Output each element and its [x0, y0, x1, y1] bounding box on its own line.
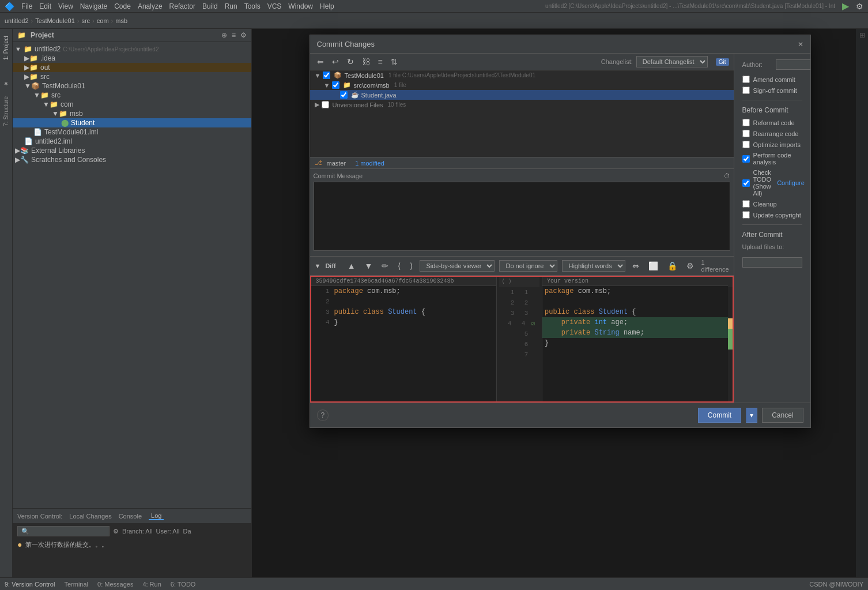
tree-item-msb[interactable]: ▼ 📁 msb: [13, 109, 251, 118]
tab-structure[interactable]: 7: Structure: [1, 92, 12, 131]
branch-name[interactable]: master: [327, 160, 346, 167]
diff-highlight-select[interactable]: Highlight words: [562, 260, 625, 272]
breadcrumb-testmodule01[interactable]: TestModule01: [35, 17, 75, 24]
tree-item-testmodule-iml[interactable]: 📄 TestModule01.iml: [13, 127, 251, 137]
tab-project[interactable]: 1: Project: [1, 31, 12, 65]
tree-item-idea[interactable]: ▶ 📁 .idea: [13, 54, 251, 63]
status-version-control[interactable]: 9: Version Control: [5, 581, 55, 588]
menu-build[interactable]: Build: [202, 2, 218, 10]
collapse-btn[interactable]: ≡: [376, 56, 385, 67]
optimize-checkbox[interactable]: [742, 141, 750, 148]
commit-message-textarea[interactable]: [314, 182, 730, 251]
tree-item-out[interactable]: ▶ 📁 out: [13, 63, 251, 72]
status-run[interactable]: 4: Run: [142, 581, 161, 588]
menu-help[interactable]: Help: [320, 2, 334, 10]
tree-item-com[interactable]: ▼ 📁 com: [13, 100, 251, 109]
breadcrumb-com[interactable]: com: [97, 17, 109, 24]
diff-up-btn[interactable]: ▲: [345, 260, 358, 272]
sidebar-layout-btn[interactable]: ≡: [232, 31, 236, 39]
menu-tools[interactable]: Tools: [244, 2, 261, 10]
help-button[interactable]: ?: [317, 409, 329, 421]
diff-whitespace-btn[interactable]: ⬜: [646, 260, 661, 272]
commit-entry[interactable]: ● 第一次进行数据的提交。。。: [17, 539, 247, 550]
close-button[interactable]: ✕: [798, 40, 803, 48]
unversioned-checkbox[interactable]: [322, 101, 329, 108]
tree-item-untitled2-iml[interactable]: 📄 untitled2.iml: [13, 137, 251, 146]
menu-window[interactable]: Window: [288, 2, 313, 10]
tab-log[interactable]: Log: [149, 512, 164, 520]
configure-link[interactable]: Configure: [777, 179, 805, 186]
user-label[interactable]: User: All: [156, 528, 180, 535]
settings-button[interactable]: ⚙: [856, 2, 863, 11]
sidebar-settings-btn[interactable]: ⚙: [240, 31, 247, 39]
file-list-unversioned[interactable]: ▶ Unversioned Files 10 files: [310, 100, 734, 110]
run-button[interactable]: ▶: [842, 1, 849, 12]
tree-item-src2[interactable]: ▼ 📁 src: [13, 91, 251, 100]
diff-next-btn[interactable]: ⟩: [407, 260, 415, 272]
menu-refactor[interactable]: Refactor: [169, 2, 195, 10]
diff-down-btn[interactable]: ▼: [363, 260, 375, 272]
reformat-checkbox[interactable]: [742, 119, 750, 126]
clock-icon[interactable]: ⏱: [724, 172, 730, 179]
changelist-select[interactable]: Default Changelist: [636, 56, 708, 67]
student-checkbox[interactable]: [340, 91, 348, 99]
menu-edit[interactable]: Edit: [39, 2, 51, 10]
link-btn[interactable]: ⛓: [360, 56, 372, 67]
tab-console[interactable]: Console: [119, 513, 142, 520]
tree-item-untitled2[interactable]: ▼ 📁 untitled2 C:\Users\Apple\IdeaProject…: [13, 44, 251, 54]
menu-file[interactable]: File: [21, 2, 32, 10]
breadcrumb-src[interactable]: src: [81, 17, 90, 24]
cancel-button[interactable]: Cancel: [762, 408, 803, 423]
diff-edit-btn[interactable]: ✏: [379, 260, 391, 272]
diff-viewer-select[interactable]: Side-by-side viewer: [420, 260, 495, 272]
diff-prev-btn[interactable]: ⟨: [395, 260, 403, 272]
diff-ignore-select[interactable]: Do not ignore: [499, 260, 557, 272]
menu-view[interactable]: View: [58, 2, 73, 10]
sidebar-scope-btn[interactable]: ⊕: [221, 31, 227, 39]
settings-icon[interactable]: ⚙: [113, 528, 119, 535]
menu-navigate[interactable]: Navigate: [80, 2, 107, 10]
author-input[interactable]: [776, 59, 810, 70]
refresh-btn[interactable]: ↻: [345, 56, 356, 67]
tree-item-testmodule01[interactable]: ▼ 📦 TestModule01: [13, 81, 251, 91]
breadcrumb-untitled2[interactable]: untitled2: [5, 17, 29, 24]
menu-vcs[interactable]: VCS: [267, 2, 282, 10]
undo-btn[interactable]: ↩: [330, 56, 341, 67]
commit-button[interactable]: Commit: [698, 408, 741, 423]
tree-item-external-libs[interactable]: ▶ 📚 External Libraries: [13, 146, 251, 155]
folder-checkbox[interactable]: [332, 81, 339, 89]
menu-analyze[interactable]: Analyze: [138, 2, 163, 10]
tab-favorites[interactable]: ★: [1, 76, 12, 92]
tree-item-scratches[interactable]: ▶ 🔧 Scratches and Consoles: [13, 155, 251, 164]
file-list-folder[interactable]: ▼ 📁 src\com\msb 1 file: [310, 80, 734, 90]
module-checkbox[interactable]: [323, 72, 330, 79]
analyze-checkbox[interactable]: [742, 155, 750, 163]
status-todo[interactable]: 6: TODO: [171, 581, 196, 588]
diff-lock-btn[interactable]: 🔒: [665, 260, 680, 272]
status-messages[interactable]: 0: Messages: [97, 581, 133, 588]
tree-item-student[interactable]: ⬤ Student: [13, 118, 251, 127]
copyright-checkbox[interactable]: [742, 211, 750, 219]
expand-btn[interactable]: ⇐: [315, 56, 326, 67]
amend-checkbox[interactable]: [742, 76, 750, 83]
branch-label[interactable]: Branch: All: [122, 528, 153, 535]
diff-triangle[interactable]: ▼: [315, 262, 321, 269]
rearrange-checkbox[interactable]: [742, 130, 750, 137]
file-list-module[interactable]: ▼ 📦 TestModule01 1 file C:\Users\Apple\I…: [310, 70, 734, 80]
tab-version-control[interactable]: Version Control:: [17, 513, 62, 520]
upload-input[interactable]: [742, 257, 802, 268]
breadcrumb-msb[interactable]: msb: [115, 17, 127, 24]
file-list-student[interactable]: ▶ ☕ Student.java: [310, 90, 734, 100]
search-input[interactable]: [17, 526, 110, 536]
todo-checkbox[interactable]: [742, 179, 750, 187]
cleanup-checkbox[interactable]: [742, 200, 750, 208]
signoff-checkbox[interactable]: [742, 87, 750, 94]
diff-settings-btn[interactable]: ⚙: [684, 260, 696, 272]
tree-item-src[interactable]: ▶ 📁 src: [13, 72, 251, 81]
tab-local-changes[interactable]: Local Changes: [69, 513, 111, 520]
diff-sync-btn[interactable]: ⇔: [630, 260, 641, 272]
menu-code[interactable]: Code: [114, 2, 131, 10]
status-terminal[interactable]: Terminal: [64, 581, 88, 588]
commit-dropdown-button[interactable]: ▾: [746, 408, 757, 423]
menu-run[interactable]: Run: [225, 2, 237, 10]
